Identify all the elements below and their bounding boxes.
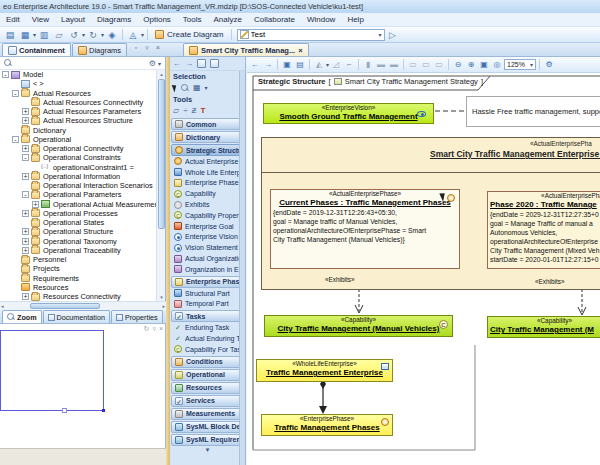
tree-expander-icon[interactable] [22,154,29,161]
chevron-down-icon[interactable]: ▾ [205,84,208,91]
zoom-viewport-corner[interactable] [102,409,105,412]
palette-row[interactable]: Dictionary ▾ [171,131,244,143]
palette-row[interactable]: Conditions ▾ [171,356,244,368]
tree-row[interactable]: Dictionary [0,126,157,135]
palette-settings-icon[interactable] [210,59,219,68]
constraint-tool-icon[interactable]: Ƶ [192,106,197,115]
tree-row[interactable]: Model [0,70,157,79]
palette-row[interactable]: Organization in E... ▾ [170,264,245,275]
gear-icon[interactable]: ⚙ [543,59,555,71]
tree-row[interactable]: Actual Resources Connectivity [0,98,157,107]
palette-row[interactable]: Resources ▾ [171,382,244,394]
tab-diagrams[interactable]: Diagrams [72,43,127,56]
back-icon[interactable]: ← [173,59,181,68]
tree-row[interactable]: Operational Traceability [0,246,157,255]
tree-expander-icon[interactable] [12,127,19,134]
redo-icon[interactable]: ↻ [86,28,100,41]
back-icon[interactable]: ← [249,59,261,71]
tree-expander-icon[interactable] [22,182,29,189]
tree-expander-icon[interactable] [22,191,29,198]
tree-row[interactable]: Actual Resources Structure [0,116,157,125]
node-actual-enterprise[interactable]: «ActualEnterprisePha Smart City Traffic … [261,137,600,290]
tree-expander-icon[interactable] [22,228,29,235]
tree-row[interactable]: Actual Resources Parameters [0,107,157,116]
node-enterprise-vision[interactable]: «EnterpriseVision» Smooth Ground Traffic… [263,103,434,124]
scroll-up-icon[interactable]: ▴ [157,70,166,78]
print-icon[interactable]: ▥ [37,28,51,41]
tree-row[interactable]: Operational Information [0,172,157,181]
node-vision-statement[interactable]: Hassle Free traffic management, suppo [466,96,600,127]
menu-item[interactable]: Layout [55,15,91,24]
tree-row[interactable]: Operational [0,135,157,144]
palette-row[interactable]: Enduring Task ▾ [170,322,245,333]
node-capability-mixed[interactable]: «Capability» City Traffic Management (M [487,316,600,338]
sync-icon[interactable]: ◬ [126,28,140,41]
tree-vertical-scrollbar[interactable]: ▴ ▾ [156,70,165,301]
chevron-down-icon[interactable]: ▾ [101,31,104,38]
tree-expander-icon[interactable] [12,275,19,282]
zoom-fit-icon[interactable]: ▣ [478,59,490,71]
zoom-selection-icon[interactable]: ◎ [491,59,503,71]
tree-row[interactable]: < > [0,79,157,88]
menu-item[interactable]: Diagrams [91,15,137,24]
tree-row[interactable]: Operational Parameters [0,190,157,199]
forward-icon[interactable]: → [262,59,274,71]
zoom-in-icon[interactable]: ⊕ [465,59,477,71]
scroll-left-icon[interactable]: ◂ [1,303,4,309]
forward-icon[interactable]: → [185,59,193,68]
palette-row[interactable]: Exhibits ▾ [170,199,245,210]
menu-item[interactable]: Tools [177,15,208,24]
tree-expander-icon[interactable] [12,136,19,143]
tree-row[interactable]: Operational Connectivity [0,144,157,153]
tree-row[interactable]: Operational Taxonomy [0,237,157,246]
document-tab[interactable]: Smart City Traffic Manag... × [183,43,309,56]
align-right-icon[interactable]: ▭ [433,59,445,71]
lock-icon[interactable]: ▮ [362,59,374,71]
select-cursor-icon[interactable] [172,83,178,92]
tree-row[interactable]: Projects [0,264,157,273]
scroll-down-icon[interactable]: ▾ [157,293,166,301]
node-phase-2020[interactable]: «ActualEnterprisePha Phase 2020 : Traffi… [487,191,600,269]
search-input[interactable] [251,30,377,40]
palette-scrollbar[interactable] [239,71,245,465]
node-enterprise-phases[interactable]: «EnterprisePhase» Traffic Management Pha… [261,414,393,436]
tree-row[interactable]: Operational Structure [0,227,157,236]
tree-expander-icon[interactable] [22,210,29,217]
dependency-matrix-icon[interactable]: ◭ [313,59,325,71]
chevron-down-icon[interactable]: ▾ [82,31,85,38]
refresh-icon[interactable]: ↻ [144,325,150,333]
note-tool-icon[interactable]: ▱ [173,106,179,115]
text-tool-icon[interactable]: T [200,106,205,115]
grid-tool-icon[interactable]: ▦ [193,83,201,92]
palette-row[interactable]: Strategic Structure ▾ [171,144,244,156]
containment-options[interactable]: ⚙ ▾ [149,59,161,68]
chevron-down-icon[interactable]: ▾ [326,61,329,68]
path-style-icon[interactable]: ⌐ [343,59,355,71]
zoom-tool-icon[interactable] [181,84,189,92]
pin-panel-icon[interactable]: ▿ [143,44,151,52]
tree-horizontal-scrollbar[interactable]: ◂ ▸ [0,301,166,310]
align-left-icon[interactable]: ▭ [407,59,419,71]
tree-row[interactable]: Personnel [0,255,157,264]
palette-row[interactable]: Actual Enduring Task ▾ [170,333,245,344]
node-whole-life-enterprise[interactable]: «WholeLifeEnterprise» Traffic Management… [256,359,393,382]
palette-row[interactable]: Measurements ▾ [171,408,244,420]
quick-search-box[interactable]: ▾ [237,29,385,41]
layers-icon[interactable]: ▬ [388,59,400,71]
palette-overflow-icon[interactable]: ▾ [170,446,245,456]
tree-row[interactable]: Operational States [0,218,157,227]
zoom-level-select[interactable]: 125% ▾ [504,59,536,70]
validate-icon[interactable]: ◈ [105,28,119,41]
tree-expander-icon[interactable] [22,145,29,152]
zoom-out-icon[interactable]: ⊖ [452,59,464,71]
diagram-canvas[interactable]: Strategic Structure [ Smart City Traffic… [247,73,600,465]
tree-row[interactable]: Operational Constraints [0,153,157,162]
palette-row[interactable]: Capability Property ▾ [170,210,245,221]
line-style-icon[interactable]: ◿ [330,59,342,71]
tree-expander-icon[interactable] [32,164,39,171]
tree-expander-icon[interactable] [12,256,19,263]
zoom-viewport-rectangle[interactable] [0,330,104,411]
palette-row[interactable]: Actual Enterprise P... ▾ [170,156,245,167]
palette-row[interactable]: Services ▾ [171,395,244,407]
zoom-viewport-handle[interactable] [62,408,67,413]
